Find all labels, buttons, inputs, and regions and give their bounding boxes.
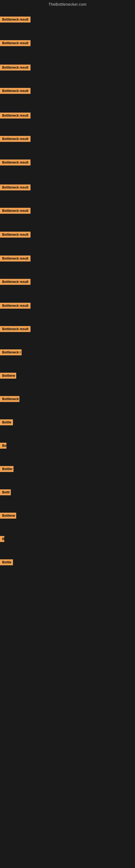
bottleneck-result-badge[interactable]: Bottleneck result: [0, 184, 31, 190]
bottleneck-result-badge[interactable]: Bottleneck result: [0, 303, 31, 309]
bottleneck-result-badge[interactable]: Bottleneck result: [0, 231, 31, 238]
bottleneck-result-badge[interactable]: Bottleneck result: [0, 159, 31, 165]
bottleneck-result-badge[interactable]: Bottleneck result: [0, 326, 31, 332]
bottleneck-result-badge[interactable]: Bottleneck: [0, 396, 19, 402]
bottleneck-result-badge[interactable]: Bottleneck result: [0, 136, 31, 142]
bottleneck-result-badge[interactable]: Bottleneck result: [0, 17, 31, 23]
bottleneck-result-badge[interactable]: B: [0, 536, 4, 542]
bottleneck-result-badge[interactable]: Bottl: [0, 489, 11, 495]
bottleneck-result-badge[interactable]: Bottler: [0, 466, 13, 472]
site-title: TheBottlenecker.com: [0, 0, 135, 9]
bottleneck-result-badge[interactable]: Bottlene: [0, 373, 16, 379]
bottleneck-result-badge[interactable]: Bo: [0, 443, 6, 448]
bottleneck-result-badge[interactable]: Bottlene: [0, 513, 16, 519]
bottleneck-result-badge[interactable]: Bottleneck result: [0, 65, 31, 70]
bottleneck-result-badge[interactable]: Bottleneck result: [0, 208, 31, 214]
bottleneck-result-badge[interactable]: Bottle: [0, 420, 13, 425]
bottleneck-result-badge[interactable]: Bottleneck result: [0, 255, 31, 261]
bottleneck-result-badge[interactable]: Bottleneck result: [0, 40, 31, 46]
bottleneck-result-badge[interactable]: Bottle: [0, 559, 13, 565]
bottleneck-result-badge[interactable]: Bottleneck result: [0, 279, 31, 285]
bottleneck-result-badge[interactable]: Bottleneck result: [0, 88, 31, 94]
bottleneck-result-badge[interactable]: Bottleneck result: [0, 113, 31, 119]
bottleneck-result-badge[interactable]: Bottleneck r: [0, 349, 21, 355]
